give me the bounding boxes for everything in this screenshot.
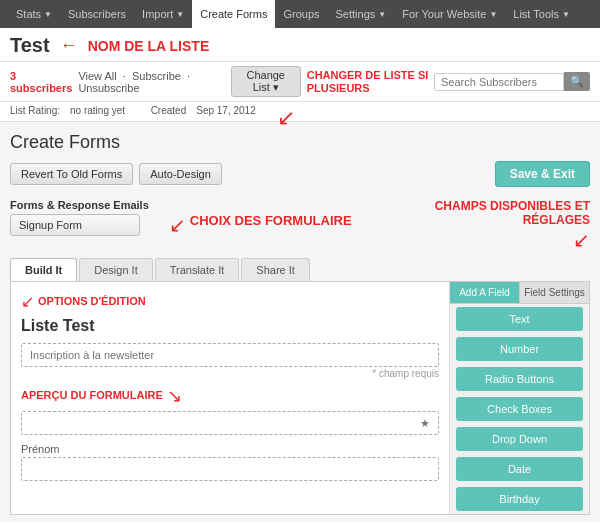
list-name: Test xyxy=(10,34,50,57)
form-preview: ↙ OPTIONS D'ÉDITION Liste Test * champ r… xyxy=(11,282,449,514)
prenom-field-row xyxy=(21,457,439,481)
website-arrow: ▼ xyxy=(489,10,497,19)
builder-area: ↙ OPTIONS D'ÉDITION Liste Test * champ r… xyxy=(10,281,590,515)
field-btn-drop-down[interactable]: Drop Down xyxy=(456,427,583,451)
settings-arrow: ▼ xyxy=(378,10,386,19)
nav-stats[interactable]: Stats ▼ xyxy=(8,0,60,28)
sidebar-tab-add-field[interactable]: Add A Field xyxy=(450,282,520,303)
list-name-arrow: ← xyxy=(60,35,78,56)
search-input[interactable] xyxy=(434,73,564,91)
nav-for-website[interactable]: For Your Website ▼ xyxy=(394,0,505,28)
preview-annotation: APERÇU DU FORMULAIRE xyxy=(21,389,163,402)
created-label: Created xyxy=(151,105,187,116)
preview-annotation-row: APERÇU DU FORMULAIRE ↘ xyxy=(21,385,439,407)
email-field-wrapper xyxy=(21,343,439,367)
change-list-button[interactable]: Change List ▾ xyxy=(231,66,301,97)
email-field-row: * champ requis xyxy=(21,343,439,379)
field-btn-text[interactable]: Text xyxy=(456,307,583,331)
tab-design-it[interactable]: Design It xyxy=(79,258,152,281)
preview-arrow: ↘ xyxy=(167,385,182,407)
sidebar-tab-field-settings[interactable]: Field Settings xyxy=(520,282,589,303)
tabs: Build It Design It Translate It Share It xyxy=(10,258,590,281)
change-list-annotation: CHANGER DE LISTE SI PLUSIEURS xyxy=(307,69,434,93)
search-area: 🔍 xyxy=(434,72,590,91)
nav-groups[interactable]: Groups xyxy=(275,0,327,28)
form-annotation: CHOIX DES FORMULAIRE xyxy=(190,213,352,229)
nav-import[interactable]: Import ▼ xyxy=(134,0,192,28)
stats-arrow: ▼ xyxy=(44,10,52,19)
action-row: Revert To Old Forms Auto-Design Save & E… xyxy=(10,161,590,187)
edition-annotation: OPTIONS D'ÉDITION xyxy=(38,295,146,308)
subscriber-bar: 3 subscribers View All · Subscribe · Uns… xyxy=(0,62,600,102)
field-btn-check-boxes[interactable]: Check Boxes xyxy=(456,397,583,421)
forms-label: Forms & Response Emails xyxy=(10,199,149,211)
meta-row: List Rating: no rating yet Created Sep 1… xyxy=(0,102,600,122)
prenom-section: Prénom xyxy=(21,443,439,481)
field-btn-number[interactable]: Number xyxy=(456,337,583,361)
tab-translate-it[interactable]: Translate It xyxy=(155,258,240,281)
email-field-input[interactable] xyxy=(21,343,439,367)
nav-create-forms[interactable]: Create Forms xyxy=(192,0,275,28)
rating-label: List Rating: xyxy=(10,105,60,116)
change-list-arrow: ↙ xyxy=(277,105,295,131)
rating-value: no rating yet xyxy=(70,105,125,116)
auto-design-button[interactable]: Auto-Design xyxy=(139,163,222,185)
edition-arrow: ↙ xyxy=(21,292,34,311)
page-title: Create Forms xyxy=(10,132,590,153)
import-arrow: ▼ xyxy=(176,10,184,19)
forms-section: Forms & Response Emails Signup Form Resp… xyxy=(10,199,590,252)
save-exit-button[interactable]: Save & Exit xyxy=(495,161,590,187)
form-select-arrow: ↙ xyxy=(169,213,186,237)
tab-share-it[interactable]: Share It xyxy=(241,258,310,281)
required-text: * champ requis xyxy=(21,368,439,379)
sub-links: View All · Subscribe · Unsubscribe xyxy=(78,70,220,94)
form-select[interactable]: Signup Form Response Email xyxy=(10,214,140,236)
prenom-label: Prénom xyxy=(21,443,439,455)
star-field-input[interactable] xyxy=(21,411,439,435)
form-select-row: Signup Form Response Email xyxy=(10,214,149,236)
field-btn-date[interactable]: Date xyxy=(456,457,583,481)
field-sidebar: Add A Field Field Settings Text Number R… xyxy=(449,282,589,514)
sidebar-tabs: Add A Field Field Settings xyxy=(450,282,589,304)
field-btn-radio-buttons[interactable]: Radio Buttons xyxy=(456,367,583,391)
subscribe-link[interactable]: Subscribe xyxy=(132,70,181,82)
search-button[interactable]: 🔍 xyxy=(564,72,590,91)
field-btn-birthday[interactable]: Birthday xyxy=(456,487,583,511)
subscriber-count: 3 subscribers xyxy=(10,70,72,94)
tab-build-it[interactable]: Build It xyxy=(10,258,77,281)
nav-list-tools[interactable]: List Tools ▼ xyxy=(505,0,578,28)
unsubscribe-link[interactable]: Unsubscribe xyxy=(78,82,139,94)
nav-subscribers[interactable]: Subscribers xyxy=(60,0,134,28)
preview-title: Liste Test xyxy=(21,317,439,335)
top-nav: Stats ▼ Subscribers Import ▼ Create Form… xyxy=(0,0,600,28)
list-name-annotation: NOM DE LA LISTE xyxy=(88,38,210,54)
created-value: Sep 17, 2012 xyxy=(196,105,256,116)
view-all-link[interactable]: View All xyxy=(78,70,116,82)
fields-arrow: ↙ xyxy=(573,229,590,251)
content: Create Forms Revert To Old Forms Auto-De… xyxy=(0,122,600,522)
star-field-row xyxy=(21,411,439,435)
fields-annotation: CHAMPS DISPONIBLES ET RÉGLAGES xyxy=(430,199,590,228)
revert-button[interactable]: Revert To Old Forms xyxy=(10,163,133,185)
header: Test ← NOM DE LA LISTE xyxy=(0,28,600,62)
prenom-field-input[interactable] xyxy=(21,457,439,481)
list-tools-arrow: ▼ xyxy=(562,10,570,19)
nav-settings[interactable]: Settings ▼ xyxy=(328,0,395,28)
